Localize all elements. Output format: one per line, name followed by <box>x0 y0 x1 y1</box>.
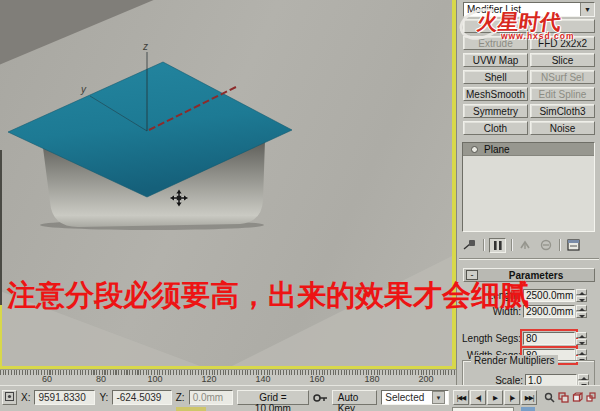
scale-row: Scale: 1.0 <box>461 373 597 385</box>
modifier-button-set: Extrude FFD 2x2x2 UVW Map Slice Shell NS… <box>463 19 595 135</box>
x-coordinate-label: X: <box>21 392 30 403</box>
modifier-button-hidden-1[interactable] <box>463 19 528 33</box>
y-coordinate-field[interactable]: -624.5039 <box>112 390 171 405</box>
length-field[interactable]: 2500.0mm <box>523 289 575 302</box>
z-coordinate-field[interactable]: 0.0mm <box>189 390 233 405</box>
scale-field[interactable]: 1.0 <box>525 374 577 386</box>
modifier-stack-list[interactable]: Plane <box>462 142 595 232</box>
go-to-start-icon[interactable]: |◀◀ <box>453 390 469 405</box>
perspective-viewport[interactable]: z y <box>0 0 452 366</box>
absolute-mode-icon[interactable] <box>2 390 17 405</box>
selection-filter-value: Selected <box>385 392 424 403</box>
z-axis-label: z <box>142 41 148 52</box>
tick-label: 140 <box>255 374 270 384</box>
track-bar-timeline[interactable]: 60 80 100 120 140 160 180 200 <box>0 369 456 385</box>
key-shortcut-override-icon[interactable] <box>313 393 328 403</box>
zoom-icon[interactable] <box>543 390 556 405</box>
length-segs-field[interactable]: 80 <box>523 332 575 345</box>
modifier-button-edit-spline: Edit Spline <box>530 87 595 101</box>
cropped-ui-fragment <box>521 407 535 411</box>
cropped-ui-fragment <box>452 407 514 411</box>
next-frame-icon[interactable]: |▶ <box>504 390 520 405</box>
active-viewport-border-left <box>0 305 2 367</box>
modifier-button-ffd-2x2x2[interactable]: FFD 2x2x2 <box>530 36 595 50</box>
modifier-button-meshsmooth[interactable]: MeshSmooth <box>463 87 528 101</box>
length-spinner[interactable] <box>576 289 587 302</box>
tick-label: 80 <box>96 374 106 384</box>
stack-item-plane[interactable]: Plane <box>463 143 594 156</box>
width-spinner[interactable] <box>576 305 587 318</box>
render-multipliers-group: Render Multipliers Scale: 1.0 <box>462 360 595 385</box>
y-coordinate-label: Y: <box>99 392 108 403</box>
modifier-button-symmetry[interactable]: Symmetry <box>463 104 528 118</box>
zoom-extents-icon[interactable] <box>571 390 584 405</box>
tick-label: 160 <box>309 374 324 384</box>
stack-toolbar <box>461 237 597 253</box>
modifier-button-simcloth3[interactable]: SimCloth3 <box>530 104 595 118</box>
y-axis-label: y <box>80 84 87 95</box>
selection-filter-dropdown[interactable]: Selected ▼ <box>381 390 449 405</box>
length-segs-label: Length Segs: <box>459 333 523 344</box>
stack-item-label: Plane <box>484 144 510 155</box>
cropped-ui-fragment <box>176 407 206 411</box>
status-bar: X: 9591.8330 Y: -624.5039 Z: 0.0mm Grid … <box>0 385 600 411</box>
modifier-button-shell[interactable]: Shell <box>463 70 528 84</box>
modifier-button-slice[interactable]: Slice <box>530 53 595 67</box>
zoom-all-icon[interactable] <box>557 390 570 405</box>
show-end-result-icon[interactable] <box>489 238 506 253</box>
play-icon[interactable]: ▶ <box>487 390 503 405</box>
configure-modifier-sets-icon[interactable] <box>565 238 582 253</box>
max-application-window: z y 注意分段必须要高，出来的效果才会细腻 <box>0 0 600 411</box>
tick-label: 200 <box>418 374 433 384</box>
modifier-button-uvw-map[interactable]: UVW Map <box>463 53 528 67</box>
scale-label: Scale: <box>461 375 525 386</box>
width-field[interactable]: 2900.0mm <box>523 305 575 318</box>
pin-stack-icon[interactable] <box>461 238 478 253</box>
tutorial-annotation-text: 注意分段必须要高，出来的效果才会细腻 <box>7 281 507 310</box>
lightbulb-icon[interactable] <box>471 146 478 153</box>
x-coordinate-field[interactable]: 9591.8330 <box>34 390 95 405</box>
z-coordinate-label: Z: <box>176 392 185 403</box>
tick-label: 60 <box>42 374 52 384</box>
playback-controls: |◀◀ ◀| ▶ |▶ ▶▶| <box>453 390 537 405</box>
tick-label: 100 <box>147 374 162 384</box>
screen-edge-strip <box>0 150 2 305</box>
auto-key-button[interactable]: Auto Key <box>332 390 378 405</box>
viewport-navigation <box>543 390 598 405</box>
length-segs-row: Length Segs: 80 <box>459 331 595 345</box>
go-to-end-icon[interactable]: ▶▶| <box>521 390 537 405</box>
chevron-down-icon[interactable]: ▼ <box>580 3 594 16</box>
make-unique-icon <box>517 238 534 253</box>
remove-modifier-icon <box>537 238 554 253</box>
modifier-button-nsurf-sel: NSurf Sel <box>530 70 595 84</box>
tick-label: 180 <box>364 374 379 384</box>
modifier-button-cloth[interactable]: Cloth <box>463 121 528 135</box>
previous-frame-icon[interactable]: ◀| <box>470 390 486 405</box>
modifier-list-dropdown[interactable]: Modifier List ▼ <box>463 2 595 17</box>
scale-spinner[interactable] <box>578 374 589 386</box>
modifier-button-hidden-2[interactable] <box>530 19 595 33</box>
command-panel-modify: Modifier List ▼ Extrude FFD 2x2x2 UVW Ma… <box>456 0 600 385</box>
grid-size-display: Grid = 10.0mm <box>237 390 309 405</box>
panel-divider <box>459 258 599 260</box>
tick-label: 120 <box>201 374 216 384</box>
zoom-extents-all-icon[interactable] <box>585 390 598 405</box>
length-segs-spinner[interactable] <box>576 332 587 345</box>
timeline-ticks <box>0 370 456 375</box>
modifier-list-label: Modifier List <box>464 3 580 16</box>
modifier-button-noise[interactable]: Noise <box>530 121 595 135</box>
scene-3d: z y <box>0 0 452 366</box>
modifier-button-extrude: Extrude <box>463 36 528 50</box>
render-multipliers-title: Render Multipliers <box>471 355 558 366</box>
chevron-down-icon[interactable]: ▼ <box>432 391 445 404</box>
